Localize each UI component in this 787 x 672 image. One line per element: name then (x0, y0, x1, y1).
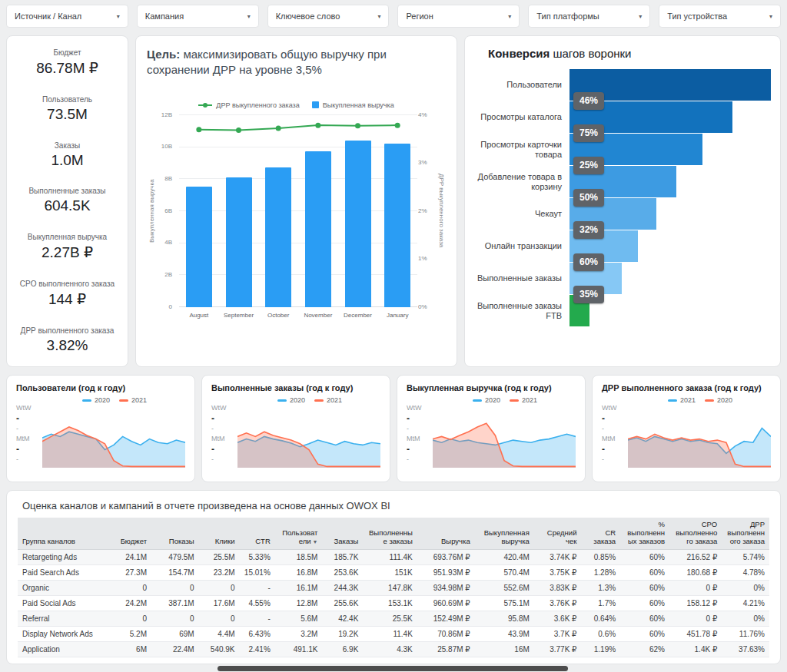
metric-cell: 62% (620, 641, 669, 657)
metric-cell: 95.8M (475, 611, 534, 626)
column-header[interactable]: CPO выполненного заказа (669, 518, 722, 549)
filter-source-channel[interactable]: Источник / Канал▾ (6, 5, 128, 28)
metric-cell: 12.8M (275, 595, 323, 611)
column-header-label: Средний чек (547, 528, 577, 545)
metric-cell: 5.74% (722, 549, 769, 564)
spark-body: WtW--MtM--20202021 (211, 394, 382, 468)
drr-line (179, 115, 417, 307)
spark-legend: 20212020 (628, 394, 772, 406)
metric-cell: 19.2K (322, 626, 363, 641)
metric-cell: 3.77K ₽ (534, 641, 582, 657)
column-header[interactable]: Группа каналов (18, 518, 109, 549)
column-header[interactable]: Выручка (417, 518, 475, 549)
funnel-step-label: Добавление товара в корзину (473, 166, 569, 198)
column-header-label: Выкупленная выручка (484, 528, 530, 545)
metric-cell: 693.76M ₽ (417, 549, 475, 564)
metric-cell: 60% (620, 595, 669, 611)
column-header[interactable]: Клики (199, 518, 240, 549)
column-header-label: ДРР выполненного заказа (727, 520, 765, 545)
x-axis-label: December (338, 312, 378, 319)
metric-cell: 22.4M (151, 641, 199, 657)
channel-group-cell: Paid Search Ads (18, 564, 109, 580)
table-row: Referral000-5.6M42.4K25.5K152.49M ₽95.8M… (18, 611, 769, 626)
metric-cell: 570.4M (475, 564, 534, 580)
filter-region[interactable]: Регион▾ (397, 5, 520, 28)
metric-cell: 0 (109, 580, 151, 595)
filter-keyword[interactable]: Ключевое слово▾ (267, 5, 390, 28)
filter-platform-type[interactable]: Тип платформы▾ (528, 5, 650, 28)
funnel-step: Добавление товара в корзину25% (473, 166, 771, 198)
column-header[interactable]: Средний чек (534, 518, 582, 549)
metric-cell: 16.8M (275, 564, 323, 580)
kpi-label: Пользователь (12, 95, 123, 104)
metric-cell: 1.28% (581, 564, 620, 580)
metric-cell: 70.86M ₽ (417, 626, 475, 641)
column-header[interactable]: Пользователи▼ (275, 518, 323, 549)
column-header[interactable]: Выкупленная выручка (475, 518, 534, 549)
spark-title: Выполненные заказы (год к году) (211, 383, 382, 392)
horizontal-scrollbar[interactable] (218, 666, 568, 671)
conversion-badge: 35% (573, 286, 604, 303)
y-axis-tick: 8B (164, 175, 172, 182)
period-label: WtW (211, 404, 237, 412)
metric-cell: 479.5M (151, 549, 199, 564)
column-header[interactable]: Выполненные заказы (363, 518, 417, 549)
funnel-rows: ПользователиПросмотры каталога46%Просмот… (473, 69, 771, 327)
legend-item: 2021 (510, 396, 537, 404)
period-label: MtM (407, 435, 433, 442)
metric-cell: 491.1K (275, 641, 323, 657)
right-axis-ticks: 0%1%2%3%4% (417, 115, 435, 307)
funnel-title-bold: Конверсия (488, 47, 550, 60)
kpi-label: Выкупленная выручка (12, 233, 123, 241)
spark-body: WtW--MtM--20202021 (407, 394, 577, 468)
y-axis-tick: 4B (164, 239, 172, 246)
metric-cell: 951.93M ₽ (417, 564, 475, 580)
conversion-badge: 32% (573, 221, 604, 239)
chevron-down-icon: ▾ (508, 13, 511, 20)
metric-cell: 1.4K ₽ (669, 641, 722, 657)
goal-title-text: максимизировать общую выручку при сохран… (147, 48, 387, 76)
metric-cell: 27.3M (109, 564, 151, 580)
legend-swatch-icon (705, 399, 714, 402)
channel-group-cell: Organic (18, 580, 109, 595)
column-header-label: Клики (215, 537, 235, 545)
metric-cell: 3.2M (275, 626, 323, 641)
metric-cell: 420.4M (475, 549, 534, 564)
column-header-label: Выручка (441, 537, 470, 545)
metric-cell: 4.78% (722, 564, 769, 580)
funnel-step-label: Просмотры каталога (473, 101, 569, 134)
legend-label: Выкупленная выручка (323, 101, 394, 109)
column-header[interactable]: CR заказа (581, 518, 620, 549)
column-header[interactable]: ДРР выполненного заказа (722, 518, 769, 549)
column-header[interactable]: % выполненных заказов (620, 518, 669, 549)
sparkline-area-chart (433, 408, 576, 468)
column-header[interactable]: Заказы (322, 518, 363, 549)
column-header[interactable]: Показы (151, 518, 199, 549)
kpi-label: CPO выполненного заказа (12, 280, 123, 288)
metric-cell: 154.7M (151, 564, 199, 580)
left-axis-title: Выкупленная выручка (147, 115, 156, 307)
column-header[interactable]: CTR (240, 518, 275, 549)
combo-chart: Выкупленная выручка 02B4B6B8B10B12B 0%1%… (147, 115, 446, 339)
legend-item-drr: ДРР выкупленного заказа (198, 101, 299, 109)
metric-cell: 5.6M (275, 611, 323, 626)
metric-cell: 3.74K ₽ (534, 549, 582, 564)
filter-campaign[interactable]: Кампания▾ (137, 5, 259, 28)
metric-cell: 0% (722, 580, 769, 595)
filter-label: Тип платформы (536, 12, 599, 21)
kpi-redeemed-revenue: Выкупленная выручка2.27B ₽ (12, 233, 123, 261)
metric-cell: 253.6K (322, 564, 363, 580)
period-label: WtW (602, 404, 628, 412)
chevron-down-icon: ▾ (377, 13, 380, 20)
legend-swatch-icon (277, 399, 287, 402)
filter-device-type[interactable]: Тип устройства▾ (659, 5, 781, 28)
metric-cell: 6.9K (322, 641, 363, 657)
line-legend-icon (198, 102, 212, 108)
kpi-cpo: CPO выполненного заказа144 ₽ (12, 280, 123, 308)
kpi-completed-orders: Выполненные заказы604.5K (12, 187, 123, 214)
channels-table: Группа каналовБюджетПоказыКликиCTRПользо… (18, 518, 769, 657)
spark-body: WtW--MtM--20202021 (16, 394, 187, 468)
y-axis-tick: 0% (418, 303, 427, 310)
sort-descending-icon: ▼ (313, 539, 318, 545)
column-header[interactable]: Бюджет (109, 518, 151, 549)
